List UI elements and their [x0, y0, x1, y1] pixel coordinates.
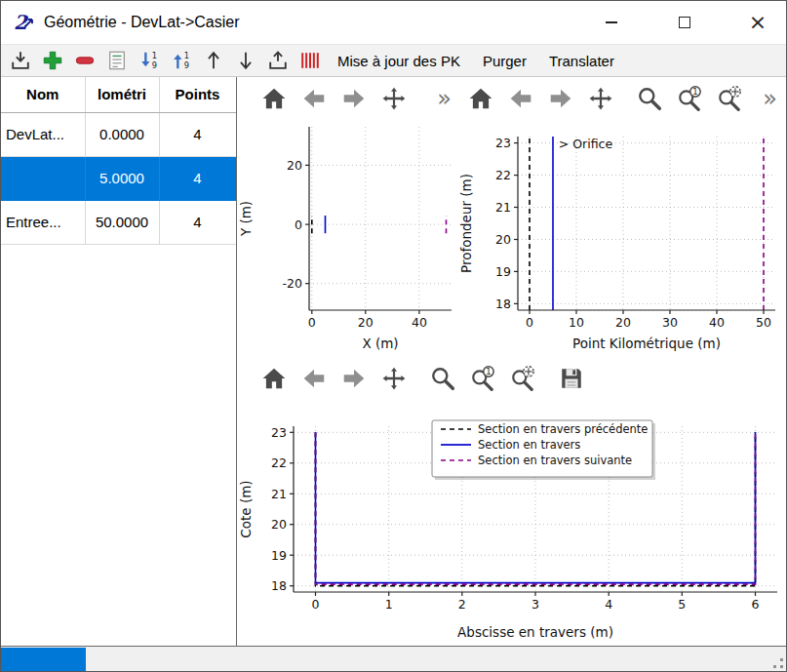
pan-button[interactable]: [587, 85, 614, 112]
svg-text:22: 22: [495, 168, 511, 182]
plan-view-chart[interactable]: 02040-20020X (m)Y (m): [237, 120, 457, 357]
pan-button[interactable]: [380, 365, 408, 392]
forward-icon: [548, 86, 573, 111]
resize-grip[interactable]: [769, 654, 784, 669]
svg-text:22: 22: [271, 455, 287, 470]
zoom-rect-icon: [510, 366, 535, 391]
add-icon: [42, 50, 63, 71]
svg-text:20: 20: [615, 315, 631, 330]
export-button[interactable]: [263, 47, 293, 74]
toolbar-extension-button[interactable]: »: [761, 87, 779, 110]
translater-button[interactable]: Translater: [539, 49, 624, 73]
column-header-pk[interactable]: lométri: [85, 77, 159, 112]
purger-button[interactable]: Purger: [473, 49, 536, 73]
cell-points[interactable]: 4: [159, 200, 236, 244]
svg-text:20: 20: [271, 517, 287, 532]
plots-region: » 02040-20020X (m)Y (m) »: [237, 77, 786, 646]
svg-text:0: 0: [526, 315, 533, 330]
cell-pk[interactable]: 50.0000: [85, 200, 159, 244]
back-icon: [301, 366, 327, 391]
svg-text:1: 1: [385, 597, 393, 612]
zoom-button[interactable]: [429, 365, 456, 392]
import-button[interactable]: [6, 47, 35, 74]
forward-button[interactable]: [340, 365, 368, 392]
move-up-button[interactable]: [199, 47, 228, 74]
home-button[interactable]: [260, 365, 288, 392]
cross-section-panel: 0123456181920212223Abscisse en travers (…: [237, 357, 786, 650]
cross-section-chart[interactable]: 0123456181920212223Abscisse en travers (…: [237, 400, 786, 650]
pk-marks-icon: [299, 50, 321, 71]
back-icon: [301, 86, 327, 111]
svg-text:19: 19: [271, 548, 287, 563]
zoom-button[interactable]: [636, 85, 663, 112]
table-row-devlat[interactable]: DevLat... 0.0000 4: [1, 112, 236, 156]
add-section-button[interactable]: [38, 47, 67, 74]
form-icon: [106, 50, 128, 71]
zoom-original-icon: [677, 86, 702, 111]
zoom-rect-button[interactable]: [716, 85, 743, 112]
svg-text:4: 4: [605, 597, 612, 612]
update-pk-button[interactable]: Mise à jour des PK: [328, 49, 470, 73]
svg-text:> Orifice: > Orifice: [559, 137, 613, 151]
cell-nom[interactable]: DevLat...: [1, 112, 85, 156]
svg-text:3: 3: [531, 597, 539, 612]
app-window: 2 Géométrie - DevLat->Casier × Mise à jo…: [0, 0, 787, 672]
svg-text:30: 30: [662, 315, 678, 330]
svg-text:6: 6: [752, 597, 760, 612]
home-button[interactable]: [467, 85, 494, 112]
svg-text:2: 2: [14, 11, 29, 34]
back-button[interactable]: [300, 365, 328, 392]
svg-text:21: 21: [271, 487, 287, 501]
window-title: Géométrie - DevLat->Casier: [44, 14, 240, 31]
close-button[interactable]: ×: [735, 1, 780, 44]
zoom-original-button[interactable]: [676, 85, 703, 112]
column-header-points[interactable]: Points: [159, 77, 236, 112]
remove-section-button[interactable]: [70, 47, 99, 74]
toolbar-extension-button[interactable]: »: [435, 87, 453, 110]
sort-descending-icon: [138, 50, 160, 71]
maximize-button[interactable]: [662, 1, 707, 44]
profile-view-chart[interactable]: 01020304050181920212223Point Kilométriqu…: [457, 120, 786, 357]
svg-text:18: 18: [271, 578, 287, 593]
cross-section-toolbar: [237, 357, 786, 400]
svg-text:Profondeur (m): Profondeur (m): [458, 174, 474, 273]
minimize-icon: [606, 21, 617, 23]
cell-nom[interactable]: Entree...: [1, 200, 85, 244]
svg-text:Section en travers précédente: Section en travers précédente: [478, 422, 648, 436]
save-figure-button[interactable]: [558, 365, 585, 392]
main-toolbar: Mise à jour des PK Purger Translater: [1, 44, 786, 77]
minimize-button[interactable]: [589, 1, 634, 44]
cell-points[interactable]: 4: [159, 112, 236, 156]
back-button[interactable]: [507, 85, 534, 112]
edit-form-button[interactable]: [102, 47, 132, 74]
svg-text:0: 0: [308, 315, 316, 330]
sort-ascending-button[interactable]: [167, 47, 196, 74]
cell-nom[interactable]: [1, 156, 85, 200]
svg-text:40: 40: [412, 315, 427, 330]
move-down-button[interactable]: [231, 47, 260, 74]
home-icon: [261, 366, 287, 391]
table-row-selected[interactable]: 5.0000 4: [1, 156, 236, 200]
svg-text:X (m): X (m): [362, 336, 398, 351]
pan-button[interactable]: [380, 85, 408, 112]
arrow-down-icon: [235, 50, 256, 71]
sort-descending-button[interactable]: [135, 47, 164, 74]
cell-pk[interactable]: 5.0000: [85, 156, 159, 200]
home-button[interactable]: [260, 85, 288, 112]
zoom-original-button[interactable]: [469, 365, 496, 392]
cell-points[interactable]: 4: [159, 156, 236, 200]
pan-icon: [381, 366, 407, 391]
import-icon: [10, 50, 31, 71]
back-button[interactable]: [300, 85, 328, 112]
zoom-rect-button[interactable]: [509, 365, 536, 392]
cell-pk[interactable]: 0.0000: [85, 112, 159, 156]
column-header-nom[interactable]: Nom: [1, 77, 85, 112]
forward-button[interactable]: [340, 85, 368, 112]
forward-button[interactable]: [547, 85, 574, 112]
svg-text:19: 19: [495, 264, 511, 279]
profile-toolbar: »: [457, 77, 786, 120]
pk-marks-button[interactable]: [295, 47, 325, 74]
titlebar[interactable]: 2 Géométrie - DevLat->Casier ×: [1, 1, 786, 44]
maximize-icon: [679, 17, 690, 28]
table-row-entree[interactable]: Entree... 50.0000 4: [1, 200, 236, 244]
